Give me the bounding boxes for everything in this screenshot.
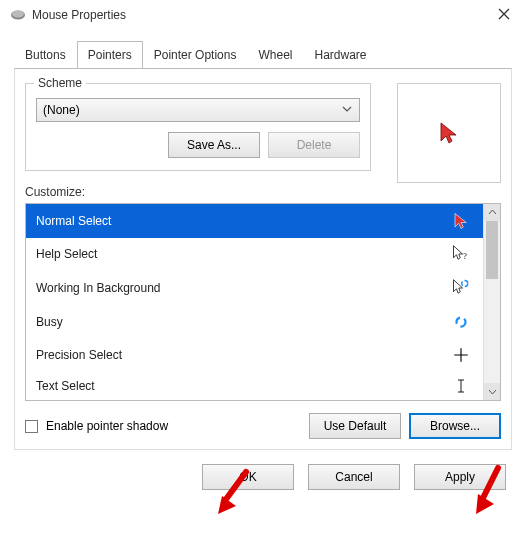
save-as-button[interactable]: Save As... (168, 132, 260, 158)
dialog-buttons: OK Cancel Apply (0, 450, 526, 504)
window-title: Mouse Properties (32, 8, 492, 22)
svg-point-1 (12, 11, 24, 18)
chevron-down-icon (341, 103, 353, 118)
use-default-button[interactable]: Use Default (309, 413, 401, 439)
cursor-help-icon: ? (449, 245, 473, 263)
annotation-arrow-icon (212, 468, 252, 516)
crosshair-icon (449, 346, 473, 364)
scrollbar[interactable] (483, 204, 500, 400)
tab-pointers[interactable]: Pointers (77, 41, 143, 69)
tab-wheel[interactable]: Wheel (247, 41, 303, 69)
busy-circle-icon (449, 313, 473, 331)
customize-label: Customize: (25, 185, 501, 199)
scheme-legend: Scheme (34, 76, 86, 90)
tab-hardware[interactable]: Hardware (303, 41, 377, 69)
titlebar: Mouse Properties (0, 0, 526, 30)
cursor-red-icon (449, 212, 473, 230)
scheme-select[interactable]: (None) (36, 98, 360, 122)
tab-buttons[interactable]: Buttons (14, 41, 77, 69)
svg-point-4 (457, 317, 466, 326)
scheme-group: Scheme (None) Save As... Delete (25, 83, 371, 171)
shadow-checkbox[interactable] (25, 420, 38, 433)
delete-button: Delete (268, 132, 360, 158)
list-item[interactable]: Normal Select (26, 204, 483, 238)
list-item[interactable]: Help Select ? (26, 238, 483, 272)
cancel-button[interactable]: Cancel (308, 464, 400, 490)
tab-panel-pointers: Scheme (None) Save As... Delete Customiz… (14, 68, 512, 450)
annotation-arrow-icon (468, 464, 508, 516)
tabs: Buttons Pointers Pointer Options Wheel H… (0, 40, 526, 68)
list-item[interactable]: Working In Background (26, 271, 483, 305)
ibeam-icon (449, 377, 473, 395)
cursor-busybg-icon (449, 279, 473, 297)
close-button[interactable] (492, 6, 516, 24)
cursor-red-icon (437, 121, 461, 145)
list-item[interactable]: Precision Select (26, 339, 483, 373)
tab-pointer-options[interactable]: Pointer Options (143, 41, 248, 69)
scroll-thumb[interactable] (486, 221, 498, 279)
svg-point-3 (462, 281, 468, 287)
scroll-down-icon[interactable] (484, 383, 500, 400)
scroll-up-icon[interactable] (484, 204, 500, 221)
cursor-preview (397, 83, 501, 183)
shadow-label: Enable pointer shadow (46, 419, 301, 433)
cursor-list: Normal Select Help Select ? Working In B… (25, 203, 501, 401)
scheme-selected-value: (None) (43, 103, 80, 117)
list-item[interactable]: Text Select (26, 372, 483, 400)
mouse-icon (10, 9, 26, 21)
list-item[interactable]: Busy (26, 305, 483, 339)
svg-text:?: ? (463, 253, 467, 262)
browse-button[interactable]: Browse... (409, 413, 501, 439)
